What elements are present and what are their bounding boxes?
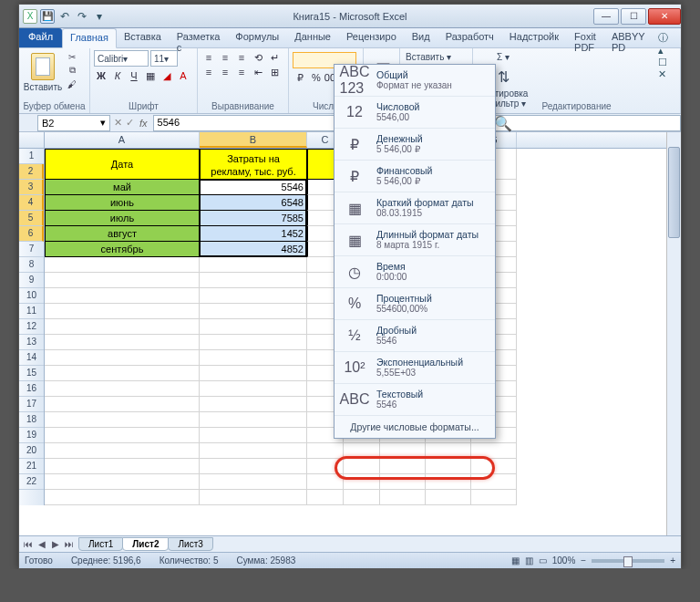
cut-icon[interactable]: ✂ [65, 50, 79, 63]
cell-C22[interactable] [307, 490, 344, 505]
cell-B16[interactable] [200, 397, 307, 412]
undo-icon[interactable]: ↶ [57, 9, 72, 24]
cell-A15[interactable] [45, 381, 200, 397]
cell-B14[interactable] [200, 366, 307, 381]
cell-D20[interactable] [344, 459, 380, 474]
more-number-formats[interactable]: Другие числовые форматы... [335, 416, 495, 438]
cell-B8[interactable] [200, 273, 307, 288]
vertical-scrollbar[interactable] [666, 132, 681, 535]
cell-B13[interactable] [200, 350, 307, 366]
row-header-21[interactable]: 21 [19, 459, 44, 474]
maximize-button[interactable]: ☐ [621, 8, 646, 25]
cell-A19[interactable] [45, 443, 200, 459]
fx-icon[interactable]: fx [139, 118, 148, 129]
tab-Foxit PDF[interactable]: Foxit PDF [567, 28, 604, 47]
first-sheet-icon[interactable]: ⏮ [22, 539, 35, 549]
cell-D19[interactable] [344, 443, 380, 459]
cell-A14[interactable] [45, 366, 200, 381]
currency-icon[interactable]: ₽ [293, 70, 307, 85]
orientation-icon[interactable]: ⟲ [251, 50, 265, 65]
qat-dropdown-icon[interactable]: ▾ [92, 9, 107, 24]
paste-button[interactable]: Вставить [23, 50, 63, 92]
cell-B21[interactable] [200, 474, 307, 490]
cell-E21[interactable] [380, 474, 426, 490]
cell-G21[interactable] [471, 474, 517, 490]
align-bot-icon[interactable]: ≡ [234, 50, 249, 65]
fill-color-button[interactable]: ◢ [160, 68, 174, 83]
view-normal-icon[interactable]: ▦ [511, 555, 520, 566]
cell-B4[interactable]: 7585 [200, 211, 307, 226]
cell-B2[interactable]: 5546 [200, 180, 307, 195]
select-all-corner[interactable] [19, 132, 45, 148]
row-header-1[interactable]: 1 [19, 149, 44, 164]
row-header-19[interactable]: 19 [19, 428, 44, 443]
sheet-tab-Лист2[interactable]: Лист2 [122, 537, 169, 551]
cell-A8[interactable] [45, 273, 200, 288]
row-header-12[interactable]: 12 [19, 319, 44, 335]
cell-A13[interactable] [45, 350, 200, 366]
cell-C19[interactable] [307, 443, 344, 459]
cell-B6[interactable]: 4852 [200, 242, 307, 257]
align-mid-icon[interactable]: ≡ [218, 50, 232, 65]
row-header-15[interactable]: 15 [19, 366, 44, 381]
cell-A9[interactable] [45, 288, 200, 304]
tab-ABBYY PD[interactable]: ABBYY PD [604, 28, 654, 47]
bold-button[interactable]: Ж [94, 68, 108, 83]
format-Общий[interactable]: ABC123ОбщийФормат не указан [335, 65, 495, 97]
row-header-11[interactable]: 11 [19, 304, 44, 319]
last-sheet-icon[interactable]: ⏭ [63, 539, 76, 549]
cell-F21[interactable] [426, 474, 471, 490]
cell-B15[interactable] [200, 381, 307, 397]
cell-A4[interactable]: июль [45, 211, 200, 226]
row-header-16[interactable]: 16 [19, 381, 44, 397]
tab-Разметка с[interactable]: Разметка с [170, 28, 229, 47]
tab-file[interactable]: Файл [19, 28, 62, 47]
insert-cells-button[interactable]: Вставить ▾ [404, 50, 468, 64]
row-header-9[interactable]: 9 [19, 273, 44, 288]
tab-Надстройк[interactable]: Надстройк [502, 28, 567, 47]
row-header-18[interactable]: 18 [19, 412, 44, 428]
tab-Данные[interactable]: Данные [287, 28, 339, 47]
cell-C20[interactable] [307, 459, 344, 474]
row-header-20[interactable]: 20 [19, 443, 44, 459]
cell-B11[interactable] [200, 319, 307, 335]
underline-button[interactable]: Ч [127, 68, 141, 83]
zoom-out-icon[interactable]: − [581, 555, 586, 566]
cancel-icon[interactable]: ✕ [114, 117, 122, 129]
cell-B10[interactable] [200, 304, 307, 319]
row-header-14[interactable]: 14 [19, 350, 44, 366]
minimize-button[interactable]: — [593, 8, 619, 25]
cell-B18[interactable] [200, 428, 307, 443]
cell-A12[interactable] [45, 335, 200, 350]
format-Финансовый[interactable]: ₽Финансовый5 546,00 ₽ [335, 161, 495, 192]
view-break-icon[interactable]: ▭ [539, 555, 547, 566]
sheet-tab-Лист3[interactable]: Лист3 [168, 537, 212, 551]
format-Время[interactable]: ◷Время0:00:00 [335, 256, 495, 288]
tab-Главная[interactable]: Главная [62, 28, 117, 48]
cell-A3[interactable]: июнь [45, 195, 200, 211]
cell-A1[interactable]: Дата [45, 149, 200, 180]
cell-B3[interactable]: 6548 [200, 195, 307, 211]
format-Длинный формат даты[interactable]: ▦Длинный формат даты8 марта 1915 г. [335, 224, 495, 256]
cell-B5[interactable]: 1452 [200, 226, 307, 242]
align-top-icon[interactable]: ≡ [201, 50, 216, 65]
ribbon-help-icon[interactable]: ⓘ ▴ ☐ ✕ [653, 28, 681, 47]
copy-icon[interactable]: ⧉ [65, 64, 79, 77]
cell-G22[interactable] [471, 490, 517, 505]
merge-icon[interactable]: ⊞ [267, 65, 282, 79]
cell-A21[interactable] [45, 474, 200, 490]
cell-A11[interactable] [45, 319, 200, 335]
cell-F20[interactable] [426, 459, 471, 474]
cell-D21[interactable] [344, 474, 380, 490]
cell-B7[interactable] [200, 257, 307, 273]
cell-E20[interactable] [380, 459, 426, 474]
row-header-8[interactable]: 8 [19, 257, 44, 273]
cell-A16[interactable] [45, 397, 200, 412]
view-layout-icon[interactable]: ▥ [525, 555, 533, 566]
border-button[interactable]: ▦ [143, 68, 158, 83]
tab-Вид[interactable]: Вид [405, 28, 438, 47]
tab-Формулы[interactable]: Формулы [228, 28, 287, 47]
row-header-13[interactable]: 13 [19, 335, 44, 350]
redo-icon[interactable]: ↷ [75, 9, 89, 24]
cell-A20[interactable] [45, 459, 200, 474]
